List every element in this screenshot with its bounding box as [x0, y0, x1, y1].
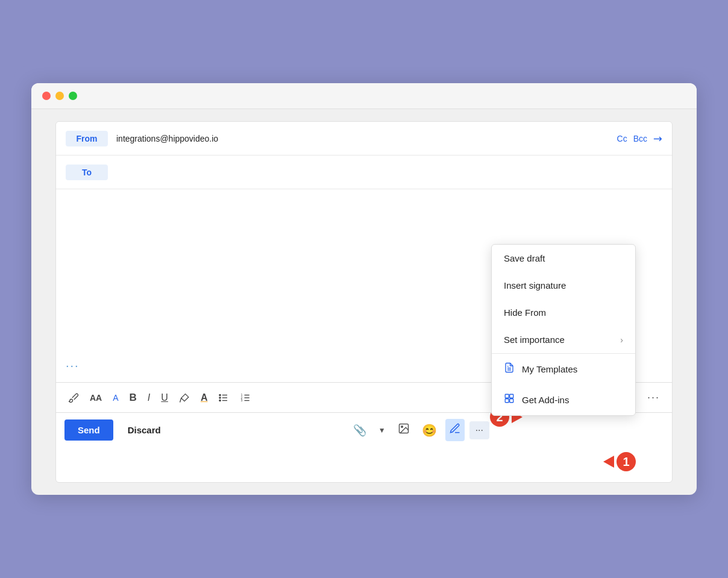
from-email: integrations@hippovideo.io — [108, 134, 617, 143]
addins-icon — [504, 393, 515, 407]
titlebar — [31, 83, 697, 109]
template-icon — [504, 362, 515, 376]
annotation-number-1: 1 — [617, 452, 636, 471]
my-templates-item[interactable]: My Templates — [492, 354, 635, 385]
emoji-button[interactable]: 😊 — [418, 419, 441, 441]
get-addins-item[interactable]: Get Add-ins — [492, 385, 635, 415]
font-size-button[interactable]: AA — [86, 391, 105, 405]
numbered-list-button[interactable]: 123 — [236, 390, 254, 406]
svg-point-4 — [219, 394, 221, 395]
insert-signature-label: Insert signature — [504, 280, 566, 291]
bold-button[interactable]: B — [126, 389, 140, 406]
image-button[interactable] — [394, 419, 413, 441]
minimize-button[interactable] — [55, 92, 64, 100]
svg-line-0 — [180, 398, 181, 402]
save-draft-label: Save draft — [504, 253, 545, 263]
svg-point-14 — [401, 426, 403, 428]
close-button[interactable] — [42, 92, 51, 100]
action-bar: Send Discard 📎 ▼ 😊 — [56, 412, 672, 447]
email-composer: From integrations@hippovideo.io Cc Bcc ↗… — [55, 121, 673, 483]
svg-rect-19 — [505, 399, 509, 403]
attach-button[interactable]: 📎 — [350, 420, 370, 441]
hide-from-item[interactable]: Hide From — [492, 299, 635, 326]
svg-text:3: 3 — [241, 398, 243, 402]
from-label: From — [66, 131, 108, 146]
font-color-button[interactable]: A — [197, 390, 212, 406]
arrow-1-icon — [603, 456, 614, 468]
hide-from-label: Hide From — [504, 307, 546, 318]
body-ellipsis: ··· — [66, 359, 80, 372]
window: From integrations@hippovideo.io Cc Bcc ↗… — [31, 83, 697, 495]
dropdown-menu: Save draft Insert signature Hide From Se… — [491, 244, 636, 416]
set-importance-item[interactable]: Set importance › — [492, 326, 635, 353]
signature-button[interactable] — [445, 419, 465, 441]
more-toolbar-button[interactable]: ··· — [644, 389, 664, 406]
get-addins-label: Get Add-ins — [522, 395, 569, 405]
expand-icon[interactable]: ↗ — [650, 130, 665, 146]
discard-button[interactable]: Discard — [119, 419, 169, 441]
svg-rect-18 — [510, 394, 513, 398]
save-draft-item[interactable]: Save draft — [492, 245, 635, 272]
format-brush-button[interactable] — [64, 390, 83, 406]
chevron-right-icon: › — [620, 335, 623, 345]
svg-point-6 — [219, 400, 221, 401]
to-label: To — [66, 165, 108, 180]
set-importance-label: Set importance — [504, 335, 565, 345]
bullet-list-button[interactable] — [215, 390, 233, 406]
from-row: From integrations@hippovideo.io Cc Bcc ↗ — [56, 122, 672, 155]
my-templates-label: My Templates — [522, 364, 577, 374]
cc-button[interactable]: Cc — [617, 134, 627, 143]
attach-dropdown-button[interactable]: ▼ — [375, 423, 389, 438]
to-input[interactable] — [108, 168, 662, 177]
highlight-button[interactable] — [175, 390, 193, 406]
to-row: To — [56, 155, 672, 189]
font-size-toggle-button[interactable]: A — [109, 391, 122, 405]
field-actions: Cc Bcc ↗ — [617, 132, 662, 145]
insert-signature-item[interactable]: Insert signature — [492, 272, 635, 299]
svg-rect-17 — [505, 394, 509, 398]
maximize-button[interactable] — [69, 92, 77, 100]
svg-point-5 — [219, 397, 221, 398]
annotation-1: 1 — [603, 452, 636, 471]
more-options-button[interactable]: ··· — [469, 421, 489, 439]
send-button[interactable]: Send — [64, 419, 113, 441]
bcc-button[interactable]: Bcc — [633, 134, 647, 143]
window-wrapper: From integrations@hippovideo.io Cc Bcc ↗… — [14, 66, 714, 512]
italic-button[interactable]: I — [144, 390, 154, 406]
svg-rect-20 — [510, 399, 513, 403]
underline-button[interactable]: U — [157, 390, 172, 406]
